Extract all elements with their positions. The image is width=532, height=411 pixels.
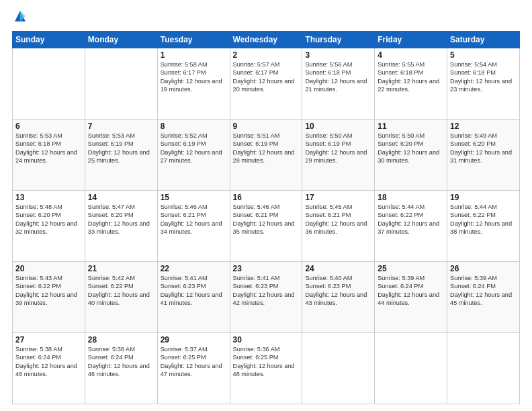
day-info: Sunrise: 5:36 AM Sunset: 6:25 PM Dayligh… <box>233 345 300 379</box>
day-number: 27 <box>15 335 82 345</box>
calendar-cell: 27Sunrise: 5:38 AM Sunset: 6:24 PM Dayli… <box>13 333 85 404</box>
day-info: Sunrise: 5:50 AM Sunset: 6:19 PM Dayligh… <box>305 132 371 165</box>
day-number: 8 <box>161 122 227 131</box>
calendar-cell: 17Sunrise: 5:45 AM Sunset: 6:21 PM Dayli… <box>302 191 375 262</box>
calendar-cell: 26Sunrise: 5:39 AM Sunset: 6:24 PM Dayli… <box>447 262 520 333</box>
calendar-cell: 29Sunrise: 5:37 AM Sunset: 6:25 PM Dayli… <box>157 333 230 404</box>
day-info: Sunrise: 5:53 AM Sunset: 6:19 PM Dayligh… <box>88 132 154 165</box>
day-info: Sunrise: 5:38 AM Sunset: 6:24 PM Dayligh… <box>15 345 82 379</box>
calendar-cell: 4Sunrise: 5:55 AM Sunset: 6:18 PM Daylig… <box>375 48 447 120</box>
header <box>12 12 520 24</box>
day-info: Sunrise: 5:58 AM Sunset: 6:17 PM Dayligh… <box>161 60 227 94</box>
calendar-cell: 12Sunrise: 5:49 AM Sunset: 6:20 PM Dayli… <box>447 120 520 191</box>
day-number: 5 <box>450 50 517 60</box>
calendar-header-thursday: Thursday <box>302 32 375 48</box>
calendar-cell: 13Sunrise: 5:48 AM Sunset: 6:20 PM Dayli… <box>13 191 85 262</box>
day-number: 30 <box>233 335 300 345</box>
day-info: Sunrise: 5:46 AM Sunset: 6:21 PM Dayligh… <box>161 203 227 236</box>
day-info: Sunrise: 5:43 AM Sunset: 6:22 PM Dayligh… <box>15 274 82 308</box>
day-number: 28 <box>88 335 154 345</box>
day-number: 22 <box>161 264 227 273</box>
calendar-cell <box>85 48 157 120</box>
day-info: Sunrise: 5:44 AM Sunset: 6:22 PM Dayligh… <box>378 203 444 236</box>
day-number: 7 <box>88 122 154 131</box>
calendar-header-saturday: Saturday <box>447 32 520 48</box>
logo-icon <box>13 9 27 24</box>
logo <box>12 12 27 24</box>
day-info: Sunrise: 5:38 AM Sunset: 6:24 PM Dayligh… <box>88 345 154 379</box>
day-number: 12 <box>450 122 517 131</box>
day-number: 10 <box>305 122 371 131</box>
calendar-week-1: 1Sunrise: 5:58 AM Sunset: 6:17 PM Daylig… <box>13 48 520 120</box>
calendar-cell: 30Sunrise: 5:36 AM Sunset: 6:25 PM Dayli… <box>230 333 302 404</box>
day-info: Sunrise: 5:41 AM Sunset: 6:23 PM Dayligh… <box>233 274 300 308</box>
day-number: 11 <box>378 122 444 131</box>
day-info: Sunrise: 5:52 AM Sunset: 6:19 PM Dayligh… <box>161 132 227 165</box>
calendar-week-2: 6Sunrise: 5:53 AM Sunset: 6:18 PM Daylig… <box>13 120 520 191</box>
day-info: Sunrise: 5:53 AM Sunset: 6:18 PM Dayligh… <box>15 132 82 165</box>
calendar-cell: 19Sunrise: 5:44 AM Sunset: 6:22 PM Dayli… <box>447 191 520 262</box>
day-info: Sunrise: 5:57 AM Sunset: 6:17 PM Dayligh… <box>233 60 300 94</box>
calendar-cell: 2Sunrise: 5:57 AM Sunset: 6:17 PM Daylig… <box>230 48 302 120</box>
calendar-cell: 16Sunrise: 5:46 AM Sunset: 6:21 PM Dayli… <box>230 191 302 262</box>
day-number: 19 <box>450 193 517 202</box>
day-info: Sunrise: 5:56 AM Sunset: 6:18 PM Dayligh… <box>305 60 371 94</box>
calendar-cell <box>13 48 85 120</box>
calendar-cell: 10Sunrise: 5:50 AM Sunset: 6:19 PM Dayli… <box>302 120 375 191</box>
day-number: 21 <box>88 264 154 273</box>
day-number: 15 <box>161 193 227 202</box>
calendar-week-3: 13Sunrise: 5:48 AM Sunset: 6:20 PM Dayli… <box>13 191 520 262</box>
day-info: Sunrise: 5:37 AM Sunset: 6:25 PM Dayligh… <box>161 345 227 379</box>
day-number: 25 <box>378 264 444 273</box>
day-info: Sunrise: 5:51 AM Sunset: 6:19 PM Dayligh… <box>233 132 300 165</box>
calendar-week-5: 27Sunrise: 5:38 AM Sunset: 6:24 PM Dayli… <box>13 333 520 404</box>
day-info: Sunrise: 5:54 AM Sunset: 6:18 PM Dayligh… <box>450 60 517 94</box>
day-info: Sunrise: 5:42 AM Sunset: 6:22 PM Dayligh… <box>88 274 154 308</box>
day-number: 29 <box>161 335 227 345</box>
day-number: 9 <box>233 122 300 131</box>
day-info: Sunrise: 5:46 AM Sunset: 6:21 PM Dayligh… <box>233 203 300 236</box>
calendar-cell: 18Sunrise: 5:44 AM Sunset: 6:22 PM Dayli… <box>375 191 447 262</box>
calendar-cell: 25Sunrise: 5:39 AM Sunset: 6:24 PM Dayli… <box>375 262 447 333</box>
day-number: 24 <box>305 264 371 273</box>
day-info: Sunrise: 5:49 AM Sunset: 6:20 PM Dayligh… <box>450 132 517 165</box>
calendar-cell: 23Sunrise: 5:41 AM Sunset: 6:23 PM Dayli… <box>230 262 302 333</box>
day-number: 16 <box>233 193 300 202</box>
calendar-cell: 24Sunrise: 5:40 AM Sunset: 6:23 PM Dayli… <box>302 262 375 333</box>
calendar-week-4: 20Sunrise: 5:43 AM Sunset: 6:22 PM Dayli… <box>13 262 520 333</box>
page: SundayMondayTuesdayWednesdayThursdayFrid… <box>0 0 532 411</box>
day-number: 18 <box>378 193 444 202</box>
calendar-cell: 7Sunrise: 5:53 AM Sunset: 6:19 PM Daylig… <box>85 120 157 191</box>
calendar-cell: 9Sunrise: 5:51 AM Sunset: 6:19 PM Daylig… <box>230 120 302 191</box>
day-number: 2 <box>233 50 300 60</box>
calendar-cell <box>447 333 520 404</box>
calendar-header-monday: Monday <box>85 32 157 48</box>
calendar-header-wednesday: Wednesday <box>230 32 302 48</box>
calendar-cell: 21Sunrise: 5:42 AM Sunset: 6:22 PM Dayli… <box>85 262 157 333</box>
day-number: 26 <box>450 264 517 273</box>
calendar-cell: 1Sunrise: 5:58 AM Sunset: 6:17 PM Daylig… <box>157 48 230 120</box>
calendar-cell: 5Sunrise: 5:54 AM Sunset: 6:18 PM Daylig… <box>447 48 520 120</box>
day-number: 1 <box>161 50 227 60</box>
day-info: Sunrise: 5:47 AM Sunset: 6:20 PM Dayligh… <box>88 203 154 236</box>
day-info: Sunrise: 5:55 AM Sunset: 6:18 PM Dayligh… <box>378 60 444 94</box>
calendar-header-tuesday: Tuesday <box>157 32 230 48</box>
calendar-cell: 3Sunrise: 5:56 AM Sunset: 6:18 PM Daylig… <box>302 48 375 120</box>
calendar-cell: 20Sunrise: 5:43 AM Sunset: 6:22 PM Dayli… <box>13 262 85 333</box>
day-number: 20 <box>15 264 82 273</box>
calendar-cell: 6Sunrise: 5:53 AM Sunset: 6:18 PM Daylig… <box>13 120 85 191</box>
day-number: 14 <box>88 193 154 202</box>
day-info: Sunrise: 5:50 AM Sunset: 6:20 PM Dayligh… <box>378 132 444 165</box>
calendar-cell: 14Sunrise: 5:47 AM Sunset: 6:20 PM Dayli… <box>85 191 157 262</box>
calendar-cell: 8Sunrise: 5:52 AM Sunset: 6:19 PM Daylig… <box>157 120 230 191</box>
day-info: Sunrise: 5:39 AM Sunset: 6:24 PM Dayligh… <box>378 274 444 308</box>
day-number: 13 <box>15 193 82 202</box>
calendar: SundayMondayTuesdayWednesdayThursdayFrid… <box>12 31 520 404</box>
calendar-header-sunday: Sunday <box>13 32 85 48</box>
day-info: Sunrise: 5:48 AM Sunset: 6:20 PM Dayligh… <box>15 203 82 236</box>
day-info: Sunrise: 5:41 AM Sunset: 6:23 PM Dayligh… <box>161 274 227 308</box>
calendar-cell: 11Sunrise: 5:50 AM Sunset: 6:20 PM Dayli… <box>375 120 447 191</box>
day-info: Sunrise: 5:45 AM Sunset: 6:21 PM Dayligh… <box>305 203 371 236</box>
day-info: Sunrise: 5:40 AM Sunset: 6:23 PM Dayligh… <box>305 274 371 308</box>
day-info: Sunrise: 5:39 AM Sunset: 6:24 PM Dayligh… <box>450 274 517 308</box>
